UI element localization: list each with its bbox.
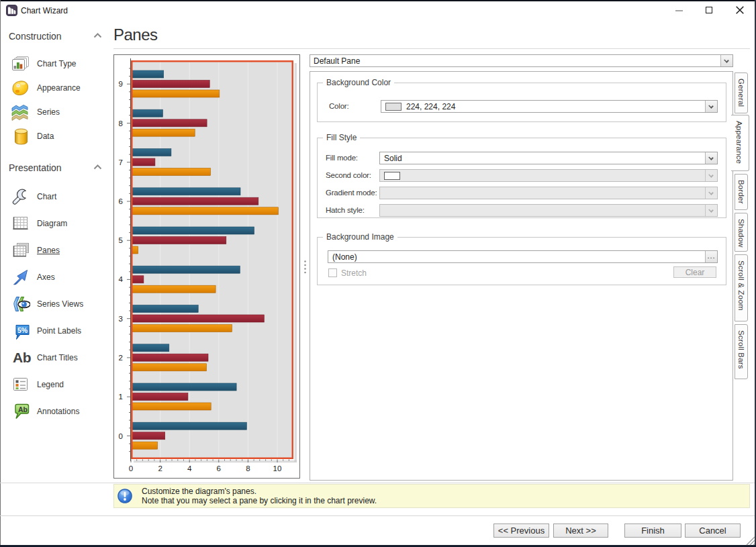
- svg-text:2: 2: [158, 464, 162, 473]
- svg-text:8: 8: [246, 464, 250, 473]
- svg-text:6: 6: [119, 197, 123, 205]
- svg-text:1: 1: [119, 393, 123, 401]
- svg-text:8: 8: [119, 119, 123, 128]
- svg-text:9: 9: [119, 80, 123, 88]
- svg-text:2: 2: [119, 354, 123, 362]
- svg-text:7: 7: [119, 158, 123, 166]
- svg-text:0: 0: [129, 464, 133, 473]
- svg-text:6: 6: [217, 464, 221, 473]
- svg-text:Ab: Ab: [18, 405, 28, 413]
- svg-text:10: 10: [273, 464, 282, 473]
- svg-text:5%: 5%: [17, 326, 28, 334]
- svg-text:0: 0: [119, 432, 123, 440]
- svg-text:3: 3: [119, 315, 123, 323]
- svg-text:4: 4: [119, 275, 124, 283]
- svg-text:5: 5: [119, 236, 123, 244]
- svg-text:4: 4: [187, 464, 192, 473]
